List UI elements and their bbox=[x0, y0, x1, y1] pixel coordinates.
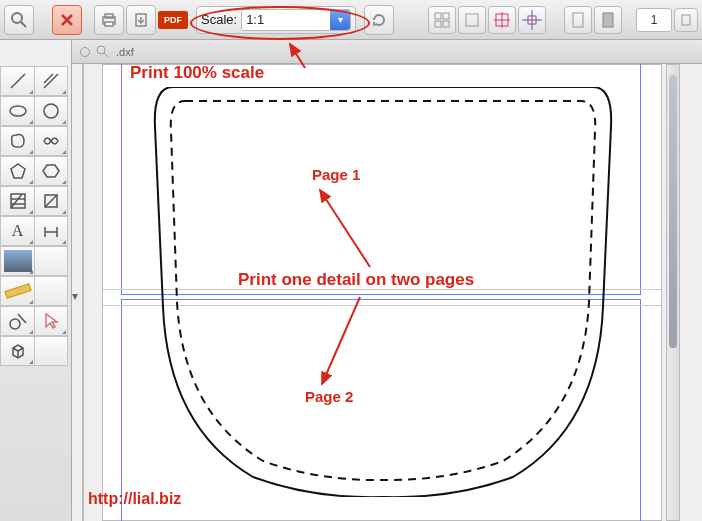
print-button[interactable] bbox=[94, 5, 124, 35]
svg-line-26 bbox=[44, 74, 53, 83]
page-number-field[interactable]: 1 bbox=[636, 8, 672, 32]
blank-tool-2[interactable] bbox=[34, 276, 68, 306]
svg-rect-21 bbox=[682, 15, 690, 25]
svg-point-28 bbox=[44, 104, 58, 118]
svg-rect-19 bbox=[573, 13, 583, 27]
svg-rect-11 bbox=[443, 21, 449, 27]
annotation-scale-circle bbox=[190, 6, 370, 40]
svg-line-23 bbox=[104, 53, 108, 57]
svg-line-47 bbox=[290, 44, 305, 68]
svg-rect-8 bbox=[435, 13, 441, 19]
svg-marker-29 bbox=[11, 164, 25, 178]
chevron-down-icon: ▾ bbox=[72, 289, 78, 303]
svg-point-0 bbox=[12, 13, 22, 23]
svg-line-24 bbox=[11, 74, 25, 88]
pdf-button[interactable]: PDF bbox=[158, 11, 188, 29]
doc-zoom-icon bbox=[96, 45, 110, 59]
svg-rect-9 bbox=[443, 13, 449, 19]
export-button[interactable] bbox=[126, 5, 156, 35]
annotation-arrow-down bbox=[310, 292, 370, 392]
circle-tool[interactable] bbox=[34, 96, 68, 126]
square-diag-tool[interactable] bbox=[34, 186, 68, 216]
pentagon-tool[interactable] bbox=[0, 156, 34, 186]
left-tool-palette: A bbox=[0, 40, 72, 521]
doc-indicator-icon bbox=[80, 47, 90, 57]
annotation-scale-hint: Print 100% scale bbox=[130, 63, 264, 83]
svg-line-36 bbox=[45, 195, 57, 207]
blob-tool[interactable] bbox=[0, 126, 34, 156]
dimension-tool[interactable] bbox=[34, 216, 68, 246]
blank-tool-1[interactable] bbox=[34, 246, 68, 276]
svg-rect-6 bbox=[105, 22, 113, 26]
svg-rect-20 bbox=[603, 13, 613, 27]
page-button[interactable] bbox=[564, 6, 592, 34]
svg-point-22 bbox=[97, 46, 105, 54]
drawing-canvas[interactable] bbox=[102, 64, 662, 521]
page-dark-button[interactable] bbox=[594, 6, 622, 34]
hexagon-tool[interactable] bbox=[34, 156, 68, 186]
svg-marker-42 bbox=[46, 314, 57, 328]
grid-2x2-button[interactable] bbox=[428, 6, 456, 34]
document-bar: .dxf bbox=[0, 40, 702, 64]
svg-line-1 bbox=[21, 22, 26, 27]
ruler-tool[interactable] bbox=[0, 276, 34, 306]
pattern-shape bbox=[153, 87, 613, 497]
page-settings-button[interactable] bbox=[674, 8, 698, 32]
svg-line-48 bbox=[320, 190, 370, 267]
arc-tangent-tool[interactable] bbox=[0, 306, 34, 336]
grid-single-button[interactable] bbox=[458, 6, 486, 34]
image-tool[interactable] bbox=[0, 246, 34, 276]
annotation-arrow-up bbox=[310, 182, 390, 272]
ellipse-tool[interactable] bbox=[0, 96, 34, 126]
svg-point-40 bbox=[10, 319, 20, 329]
svg-rect-5 bbox=[105, 14, 113, 18]
blank-tool-3[interactable] bbox=[34, 336, 68, 366]
svg-marker-30 bbox=[43, 165, 59, 177]
crosshair-pink-button[interactable] bbox=[488, 6, 516, 34]
annotation-split-hint: Print one detail on two pages bbox=[238, 270, 474, 290]
polyline-tool[interactable] bbox=[34, 66, 68, 96]
canvas-viewport[interactable]: ▾ bbox=[72, 64, 702, 521]
center-target-button[interactable] bbox=[518, 6, 546, 34]
svg-point-27 bbox=[10, 106, 26, 116]
close-button[interactable] bbox=[52, 5, 82, 35]
hatch-tool[interactable] bbox=[0, 186, 34, 216]
svg-line-49 bbox=[322, 297, 360, 384]
annotation-page1: Page 1 bbox=[312, 166, 360, 183]
vertical-ruler bbox=[82, 64, 84, 521]
zoom-button[interactable] bbox=[4, 5, 34, 35]
svg-line-34 bbox=[11, 194, 22, 208]
line-tool[interactable] bbox=[0, 66, 34, 96]
svg-rect-10 bbox=[435, 21, 441, 27]
cube-tool[interactable] bbox=[0, 336, 34, 366]
svg-rect-12 bbox=[466, 14, 478, 26]
vertical-scrollbar[interactable] bbox=[666, 64, 680, 521]
toolbar-right-group: 1 bbox=[428, 6, 698, 34]
annotation-url: http://lial.biz bbox=[88, 490, 181, 508]
annotation-scale-arrow bbox=[280, 40, 320, 70]
text-tool[interactable]: A bbox=[0, 216, 34, 246]
pointer-tool[interactable] bbox=[34, 306, 68, 336]
scrollbar-thumb[interactable] bbox=[669, 75, 677, 348]
infinity-tool[interactable] bbox=[34, 126, 68, 156]
